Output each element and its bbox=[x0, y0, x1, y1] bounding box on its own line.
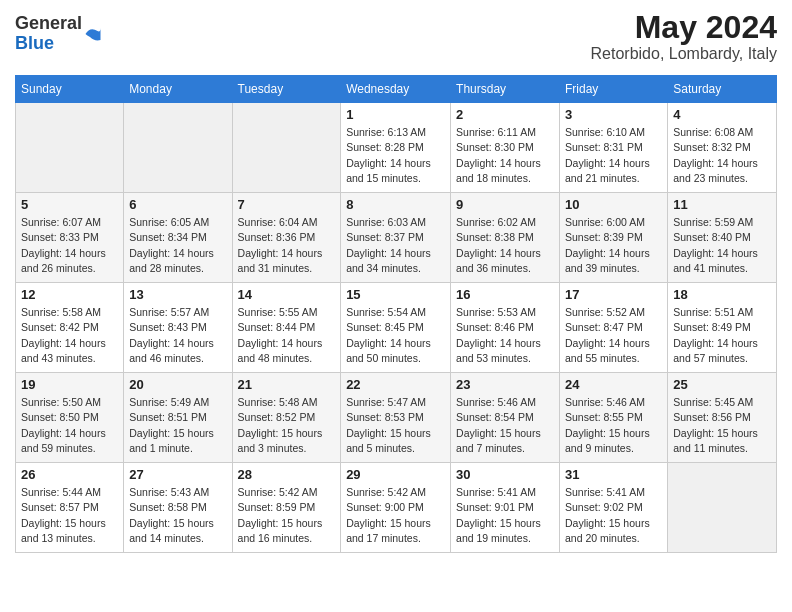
calendar-cell: 25 Sunrise: 5:45 AM Sunset: 8:56 PM Dayl… bbox=[668, 373, 777, 463]
calendar-cell: 19 Sunrise: 5:50 AM Sunset: 8:50 PM Dayl… bbox=[16, 373, 124, 463]
day-info: Sunrise: 5:42 AM Sunset: 9:00 PM Dayligh… bbox=[346, 485, 445, 546]
logo: General Blue bbox=[15, 14, 102, 54]
calendar-week-row: 26 Sunrise: 5:44 AM Sunset: 8:57 PM Dayl… bbox=[16, 463, 777, 553]
logo-blue-text: Blue bbox=[15, 34, 82, 54]
calendar-cell: 6 Sunrise: 6:05 AM Sunset: 8:34 PM Dayli… bbox=[124, 193, 232, 283]
calendar-cell: 10 Sunrise: 6:00 AM Sunset: 8:39 PM Dayl… bbox=[560, 193, 668, 283]
day-number: 27 bbox=[129, 467, 226, 482]
day-number: 17 bbox=[565, 287, 662, 302]
calendar-cell bbox=[16, 103, 124, 193]
weekday-header-row: SundayMondayTuesdayWednesdayThursdayFrid… bbox=[16, 76, 777, 103]
day-info: Sunrise: 5:53 AM Sunset: 8:46 PM Dayligh… bbox=[456, 305, 554, 366]
day-info: Sunrise: 5:47 AM Sunset: 8:53 PM Dayligh… bbox=[346, 395, 445, 456]
day-info: Sunrise: 5:52 AM Sunset: 8:47 PM Dayligh… bbox=[565, 305, 662, 366]
day-number: 7 bbox=[238, 197, 336, 212]
day-number: 9 bbox=[456, 197, 554, 212]
day-info: Sunrise: 5:55 AM Sunset: 8:44 PM Dayligh… bbox=[238, 305, 336, 366]
calendar-cell: 31 Sunrise: 5:41 AM Sunset: 9:02 PM Dayl… bbox=[560, 463, 668, 553]
calendar-cell: 16 Sunrise: 5:53 AM Sunset: 8:46 PM Dayl… bbox=[451, 283, 560, 373]
calendar-cell bbox=[232, 103, 341, 193]
day-info: Sunrise: 5:46 AM Sunset: 8:54 PM Dayligh… bbox=[456, 395, 554, 456]
calendar-cell: 9 Sunrise: 6:02 AM Sunset: 8:38 PM Dayli… bbox=[451, 193, 560, 283]
day-info: Sunrise: 5:59 AM Sunset: 8:40 PM Dayligh… bbox=[673, 215, 771, 276]
calendar-cell: 26 Sunrise: 5:44 AM Sunset: 8:57 PM Dayl… bbox=[16, 463, 124, 553]
weekday-header-wednesday: Wednesday bbox=[341, 76, 451, 103]
day-info: Sunrise: 5:54 AM Sunset: 8:45 PM Dayligh… bbox=[346, 305, 445, 366]
day-number: 13 bbox=[129, 287, 226, 302]
calendar-cell: 22 Sunrise: 5:47 AM Sunset: 8:53 PM Dayl… bbox=[341, 373, 451, 463]
calendar-week-row: 1 Sunrise: 6:13 AM Sunset: 8:28 PM Dayli… bbox=[16, 103, 777, 193]
calendar-cell bbox=[668, 463, 777, 553]
day-info: Sunrise: 6:11 AM Sunset: 8:30 PM Dayligh… bbox=[456, 125, 554, 186]
calendar-cell: 23 Sunrise: 5:46 AM Sunset: 8:54 PM Dayl… bbox=[451, 373, 560, 463]
day-info: Sunrise: 5:46 AM Sunset: 8:55 PM Dayligh… bbox=[565, 395, 662, 456]
location-subtitle: Retorbido, Lombardy, Italy bbox=[591, 45, 777, 63]
day-number: 24 bbox=[565, 377, 662, 392]
calendar-cell: 2 Sunrise: 6:11 AM Sunset: 8:30 PM Dayli… bbox=[451, 103, 560, 193]
weekday-header-sunday: Sunday bbox=[16, 76, 124, 103]
day-number: 22 bbox=[346, 377, 445, 392]
weekday-header-friday: Friday bbox=[560, 76, 668, 103]
day-info: Sunrise: 5:49 AM Sunset: 8:51 PM Dayligh… bbox=[129, 395, 226, 456]
day-number: 19 bbox=[21, 377, 118, 392]
day-info: Sunrise: 6:10 AM Sunset: 8:31 PM Dayligh… bbox=[565, 125, 662, 186]
day-number: 25 bbox=[673, 377, 771, 392]
calendar-cell: 12 Sunrise: 5:58 AM Sunset: 8:42 PM Dayl… bbox=[16, 283, 124, 373]
calendar-cell: 3 Sunrise: 6:10 AM Sunset: 8:31 PM Dayli… bbox=[560, 103, 668, 193]
day-info: Sunrise: 5:44 AM Sunset: 8:57 PM Dayligh… bbox=[21, 485, 118, 546]
calendar-cell: 5 Sunrise: 6:07 AM Sunset: 8:33 PM Dayli… bbox=[16, 193, 124, 283]
day-info: Sunrise: 5:51 AM Sunset: 8:49 PM Dayligh… bbox=[673, 305, 771, 366]
day-number: 8 bbox=[346, 197, 445, 212]
day-info: Sunrise: 6:00 AM Sunset: 8:39 PM Dayligh… bbox=[565, 215, 662, 276]
weekday-header-thursday: Thursday bbox=[451, 76, 560, 103]
day-info: Sunrise: 5:45 AM Sunset: 8:56 PM Dayligh… bbox=[673, 395, 771, 456]
day-info: Sunrise: 6:03 AM Sunset: 8:37 PM Dayligh… bbox=[346, 215, 445, 276]
calendar-cell: 20 Sunrise: 5:49 AM Sunset: 8:51 PM Dayl… bbox=[124, 373, 232, 463]
calendar-cell: 11 Sunrise: 5:59 AM Sunset: 8:40 PM Dayl… bbox=[668, 193, 777, 283]
calendar-cell: 8 Sunrise: 6:03 AM Sunset: 8:37 PM Dayli… bbox=[341, 193, 451, 283]
calendar-cell: 1 Sunrise: 6:13 AM Sunset: 8:28 PM Dayli… bbox=[341, 103, 451, 193]
calendar-cell: 4 Sunrise: 6:08 AM Sunset: 8:32 PM Dayli… bbox=[668, 103, 777, 193]
calendar-cell: 28 Sunrise: 5:42 AM Sunset: 8:59 PM Dayl… bbox=[232, 463, 341, 553]
calendar-cell: 30 Sunrise: 5:41 AM Sunset: 9:01 PM Dayl… bbox=[451, 463, 560, 553]
calendar-cell: 21 Sunrise: 5:48 AM Sunset: 8:52 PM Dayl… bbox=[232, 373, 341, 463]
day-number: 28 bbox=[238, 467, 336, 482]
day-number: 20 bbox=[129, 377, 226, 392]
month-year-title: May 2024 bbox=[591, 10, 777, 45]
day-number: 30 bbox=[456, 467, 554, 482]
day-number: 4 bbox=[673, 107, 771, 122]
logo-icon bbox=[84, 25, 102, 43]
day-number: 2 bbox=[456, 107, 554, 122]
day-info: Sunrise: 6:07 AM Sunset: 8:33 PM Dayligh… bbox=[21, 215, 118, 276]
day-number: 15 bbox=[346, 287, 445, 302]
calendar-week-row: 12 Sunrise: 5:58 AM Sunset: 8:42 PM Dayl… bbox=[16, 283, 777, 373]
calendar-cell: 15 Sunrise: 5:54 AM Sunset: 8:45 PM Dayl… bbox=[341, 283, 451, 373]
day-info: Sunrise: 6:02 AM Sunset: 8:38 PM Dayligh… bbox=[456, 215, 554, 276]
logo-general-text: General bbox=[15, 14, 82, 34]
day-number: 12 bbox=[21, 287, 118, 302]
day-info: Sunrise: 5:48 AM Sunset: 8:52 PM Dayligh… bbox=[238, 395, 336, 456]
day-info: Sunrise: 6:13 AM Sunset: 8:28 PM Dayligh… bbox=[346, 125, 445, 186]
calendar-week-row: 19 Sunrise: 5:50 AM Sunset: 8:50 PM Dayl… bbox=[16, 373, 777, 463]
calendar-cell: 24 Sunrise: 5:46 AM Sunset: 8:55 PM Dayl… bbox=[560, 373, 668, 463]
day-number: 3 bbox=[565, 107, 662, 122]
day-info: Sunrise: 5:58 AM Sunset: 8:42 PM Dayligh… bbox=[21, 305, 118, 366]
day-number: 14 bbox=[238, 287, 336, 302]
calendar-cell: 27 Sunrise: 5:43 AM Sunset: 8:58 PM Dayl… bbox=[124, 463, 232, 553]
calendar-cell: 18 Sunrise: 5:51 AM Sunset: 8:49 PM Dayl… bbox=[668, 283, 777, 373]
day-info: Sunrise: 5:41 AM Sunset: 9:02 PM Dayligh… bbox=[565, 485, 662, 546]
day-number: 16 bbox=[456, 287, 554, 302]
weekday-header-monday: Monday bbox=[124, 76, 232, 103]
day-number: 21 bbox=[238, 377, 336, 392]
day-number: 6 bbox=[129, 197, 226, 212]
calendar-table: SundayMondayTuesdayWednesdayThursdayFrid… bbox=[15, 75, 777, 553]
day-info: Sunrise: 5:43 AM Sunset: 8:58 PM Dayligh… bbox=[129, 485, 226, 546]
title-block: May 2024 Retorbido, Lombardy, Italy bbox=[591, 10, 777, 63]
day-number: 29 bbox=[346, 467, 445, 482]
day-number: 31 bbox=[565, 467, 662, 482]
calendar-week-row: 5 Sunrise: 6:07 AM Sunset: 8:33 PM Dayli… bbox=[16, 193, 777, 283]
day-info: Sunrise: 5:50 AM Sunset: 8:50 PM Dayligh… bbox=[21, 395, 118, 456]
day-info: Sunrise: 6:08 AM Sunset: 8:32 PM Dayligh… bbox=[673, 125, 771, 186]
calendar-cell bbox=[124, 103, 232, 193]
calendar-cell: 17 Sunrise: 5:52 AM Sunset: 8:47 PM Dayl… bbox=[560, 283, 668, 373]
